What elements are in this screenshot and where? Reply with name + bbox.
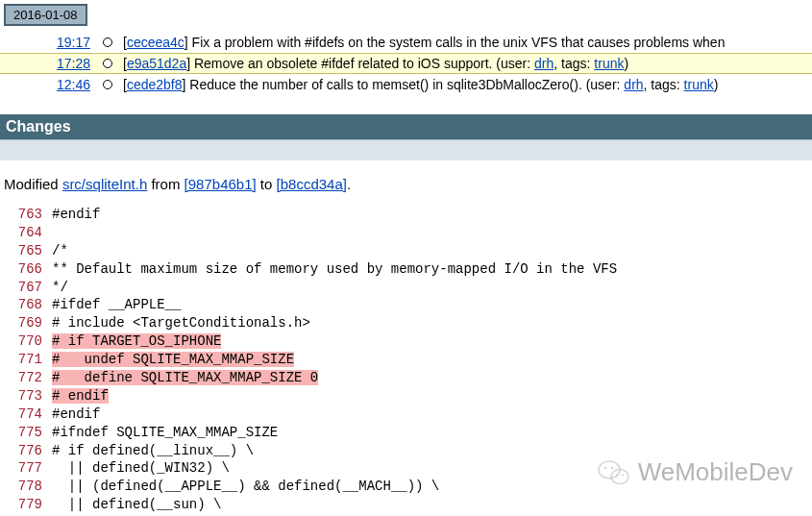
line-number: 764 <box>0 224 52 242</box>
commit-desc: Fix a problem with #ifdefs on the system… <box>192 35 726 50</box>
line-content: ** Default maximum size of memory used b… <box>52 260 812 279</box>
code-line: 766** Default maximum size of memory use… <box>0 260 812 279</box>
code-line: 763#endif <box>0 206 812 224</box>
code-line: 767*/ <box>0 279 812 297</box>
modified-to-text: to <box>257 176 277 192</box>
line-content: || defined(_WIN32) \ <box>52 459 812 478</box>
line-content: # if TARGET_OS_IPHONE <box>52 332 812 351</box>
commit-hash-link[interactable]: cede2bf8 <box>127 77 183 92</box>
code-line: 769# include <TargetConditionals.h> <box>0 314 812 332</box>
commit-desc-mid: , tags: <box>554 56 594 71</box>
code-line: 776# if defined(__linux__) \ <box>0 442 812 460</box>
graph-col <box>96 37 119 47</box>
modified-from-text: from <box>147 176 184 192</box>
removed-text: # if TARGET_OS_IPHONE <box>52 333 221 349</box>
line-content: #ifndef SQLITE_MAX_MMAP_SIZE <box>52 424 812 442</box>
code-line: 779 || defined(__sun) \ <box>0 496 812 514</box>
line-number: 770 <box>0 332 52 351</box>
tag-link[interactable]: trunk <box>594 56 624 71</box>
timeline-row: 12:46[cede2bf8] Reduce the number of cal… <box>0 74 812 95</box>
user-link[interactable]: drh <box>534 56 554 71</box>
time-link[interactable]: 19:17 <box>57 35 90 50</box>
time-col: 17:28 <box>0 56 96 71</box>
line-number: 772 <box>0 369 52 387</box>
code-line: 778 || (defined(__APPLE__) && defined(__… <box>0 478 812 496</box>
graph-col <box>96 80 119 89</box>
timeline-row: 17:28[e9a51d2a] Remove an obsolete #ifde… <box>0 53 812 74</box>
line-number: 777 <box>0 459 52 478</box>
line-content: # include <TargetConditionals.h> <box>52 314 812 332</box>
line-number: 773 <box>0 387 52 405</box>
code-line: 777 || defined(_WIN32) \ <box>0 459 812 478</box>
modified-line: Modified src/sqliteInt.h from [987b46b1]… <box>0 160 812 202</box>
changes-header: Changes <box>0 114 812 139</box>
line-content: # if defined(__linux__) \ <box>52 442 812 460</box>
commit-desc: Reduce the number of calls to memset() i… <box>189 77 624 92</box>
time-col: 12:46 <box>0 77 96 92</box>
line-number: 766 <box>0 260 52 279</box>
code-line: 773# endif <box>0 387 812 405</box>
line-number: 778 <box>0 478 52 496</box>
line-content: # define SQLITE_MAX_MMAP_SIZE 0 <box>52 369 812 387</box>
commit-desc-suffix: ) <box>714 77 719 92</box>
time-link[interactable]: 12:46 <box>57 77 90 92</box>
modified-to-hash[interactable]: [b8ccd34a] <box>277 176 347 192</box>
line-content: #ifdef __APPLE__ <box>52 296 812 314</box>
line-number: 768 <box>0 296 52 314</box>
modified-suffix: . <box>347 176 351 192</box>
desc-col: [e9a51d2a] Remove an obsolete #ifdef rel… <box>119 56 812 71</box>
line-content: /* <box>52 242 812 260</box>
graph-node-icon <box>103 80 112 89</box>
line-content: #endif <box>52 206 812 224</box>
line-content: || (defined(__APPLE__) && defined(__MACH… <box>52 478 812 496</box>
line-content <box>52 224 812 242</box>
desc-col: [ceceea4c] Fix a problem with #ifdefs on… <box>119 35 812 50</box>
line-content: #endif <box>52 405 812 424</box>
time-col: 19:17 <box>0 35 96 50</box>
line-content: */ <box>52 279 812 297</box>
time-link[interactable]: 17:28 <box>57 56 90 71</box>
line-number: 775 <box>0 424 52 442</box>
code-line: 774#endif <box>0 405 812 424</box>
modified-prefix: Modified <box>4 176 62 192</box>
line-number: 767 <box>0 279 52 297</box>
line-number: 776 <box>0 442 52 460</box>
removed-text: # define SQLITE_MAX_MMAP_SIZE 0 <box>52 370 318 385</box>
removed-text: # undef SQLITE_MAX_MMAP_SIZE <box>52 352 294 367</box>
commit-desc: Remove an obsolete #ifdef related to iOS… <box>194 56 534 71</box>
line-number: 771 <box>0 351 52 369</box>
line-number: 769 <box>0 314 52 332</box>
tag-link[interactable]: trunk <box>684 77 714 92</box>
graph-node-icon <box>103 59 112 68</box>
modified-file-link[interactable]: src/sqliteInt.h <box>62 176 147 192</box>
commit-desc-suffix: ) <box>624 56 628 71</box>
commit-desc-mid: , tags: <box>644 77 684 92</box>
desc-col: [cede2bf8] Reduce the number of calls to… <box>119 77 812 92</box>
line-number: 765 <box>0 242 52 260</box>
removed-text: # endif <box>52 388 109 404</box>
line-number: 763 <box>0 206 52 224</box>
modified-from-hash[interactable]: [987b46b1] <box>185 176 257 192</box>
timeline-row: 19:17[ceceea4c] Fix a problem with #ifde… <box>0 32 812 53</box>
graph-node-icon <box>103 37 112 47</box>
code-line: 770# if TARGET_OS_IPHONE <box>0 332 812 351</box>
line-content: || defined(__sun) \ <box>52 496 812 514</box>
code-line: 764 <box>0 224 812 242</box>
code-line: 775#ifndef SQLITE_MAX_MMAP_SIZE <box>0 424 812 442</box>
code-line: 765/* <box>0 242 812 260</box>
line-number: 774 <box>0 405 52 424</box>
line-number: 779 <box>0 496 52 514</box>
code-block: 763#endif764765/*766** Default maximum s… <box>0 202 812 516</box>
timeline: 19:17[ceceea4c] Fix a problem with #ifde… <box>0 32 812 95</box>
date-header: 2016-01-08 <box>4 4 87 26</box>
code-line: 772# define SQLITE_MAX_MMAP_SIZE 0 <box>0 369 812 387</box>
line-content: # undef SQLITE_MAX_MMAP_SIZE <box>52 351 812 369</box>
changes-separator <box>0 139 812 160</box>
code-line: 771# undef SQLITE_MAX_MMAP_SIZE <box>0 351 812 369</box>
line-content: # endif <box>52 387 812 405</box>
code-line: 768#ifdef __APPLE__ <box>0 296 812 314</box>
user-link[interactable]: drh <box>624 77 643 92</box>
commit-hash-link[interactable]: e9a51d2a <box>127 56 186 71</box>
graph-col <box>96 59 119 68</box>
commit-hash-link[interactable]: ceceea4c <box>127 35 185 50</box>
